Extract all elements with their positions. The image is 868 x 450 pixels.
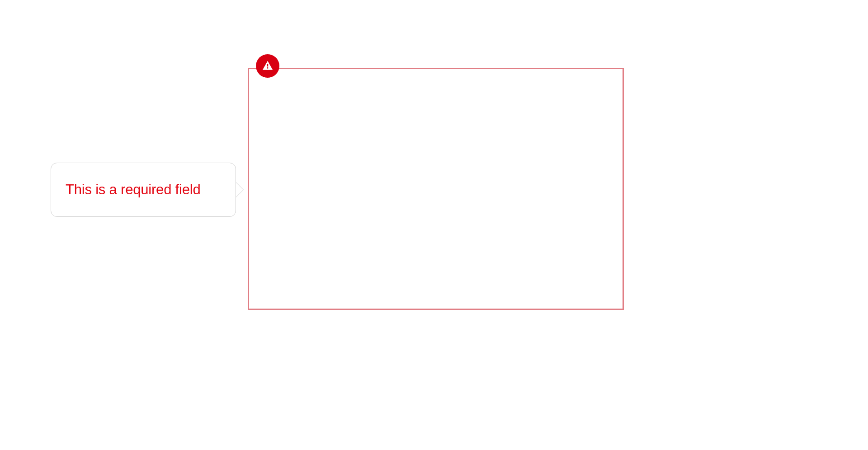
validation-tooltip-text: This is a required field bbox=[66, 182, 200, 198]
error-warning-icon bbox=[256, 54, 279, 78]
required-text-field[interactable] bbox=[248, 68, 624, 310]
required-field-container bbox=[248, 68, 624, 312]
svg-rect-1 bbox=[267, 67, 269, 69]
validation-tooltip: This is a required field bbox=[51, 163, 236, 217]
svg-rect-0 bbox=[267, 64, 269, 66]
